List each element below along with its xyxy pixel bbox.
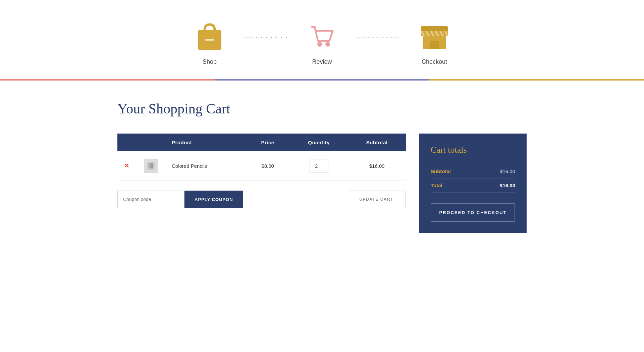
subtotal-cell: $16.00 [348,151,406,181]
page-title: Your Shopping Cart [117,101,527,117]
subtotal-value: $16.00 [500,168,515,174]
total-value: $16.00 [500,183,515,188]
step-review[interactable]: Review [292,20,352,65]
subtotal-row: Subtotal $16.00 [431,164,515,179]
color-bar [0,79,644,81]
step-shop-label: Shop [203,58,217,65]
subtotal-label: Subtotal [431,168,451,174]
cart-totals-panel: Cart totals Subtotal $16.00 Total $16.00… [419,134,527,233]
svg-point-2 [317,42,322,47]
cart-table: Product Price Quantity Subtotal ✕ [117,134,406,181]
table-row: ✕ Colored Pencils [117,151,406,181]
coupon-input[interactable] [117,191,184,208]
step-shop[interactable]: Shop [179,20,240,65]
cart-actions: APPLY COUPON UPDATE CART [117,191,406,208]
proceed-to-checkout-button[interactable]: PROCEED TO CHECKOUT [431,203,515,222]
update-cart-button[interactable]: UPDATE CART [347,191,406,208]
dots-1: .................. [240,20,292,39]
step-checkout-label: Checkout [422,58,447,65]
svg-point-3 [325,42,330,47]
step-review-label: Review [312,58,332,65]
dots-2: .................. [352,20,404,39]
svg-rect-11 [151,163,153,168]
svg-rect-8 [421,26,448,31]
col-product: Product [165,134,246,151]
product-thumbnail [144,159,158,173]
col-price: Price [246,134,289,151]
svg-rect-1 [205,39,214,41]
col-remove [117,134,138,151]
store-icon [418,20,451,54]
svg-rect-10 [149,163,151,168]
cart-icon [305,20,339,54]
total-row: Total $16.00 [431,179,515,193]
shop-bag-icon [193,20,226,54]
total-label: Total [431,183,442,188]
price-cell: $8.00 [246,151,289,181]
svg-rect-7 [430,41,439,49]
col-quantity: Quantity [290,134,348,151]
main-content: Your Shopping Cart Product Price Quantit… [104,81,540,253]
bar-segment-purple [215,79,429,81]
col-subtotal: Subtotal [348,134,406,151]
remove-cell[interactable]: ✕ [117,151,138,181]
step-checkout[interactable]: Checkout [404,20,465,65]
col-image [138,134,165,151]
bar-segment-yellow [429,79,644,81]
cart-table-section: Product Price Quantity Subtotal ✕ [117,134,406,208]
svg-rect-6 [421,30,448,36]
product-image-cell [138,151,165,181]
remove-item-button[interactable]: ✕ [124,163,129,169]
apply-coupon-button[interactable]: APPLY COUPON [184,191,243,208]
table-header-row: Product Price Quantity Subtotal [117,134,406,151]
quantity-cell[interactable] [290,151,348,181]
quantity-input[interactable] [310,159,328,172]
product-name-cell: Colored Pencils [165,151,246,181]
bar-segment-red [0,79,215,81]
cart-layout: Product Price Quantity Subtotal ✕ [117,134,527,233]
cart-totals-title: Cart totals [431,145,515,155]
steps-section: Shop .................. Review .........… [0,0,644,79]
